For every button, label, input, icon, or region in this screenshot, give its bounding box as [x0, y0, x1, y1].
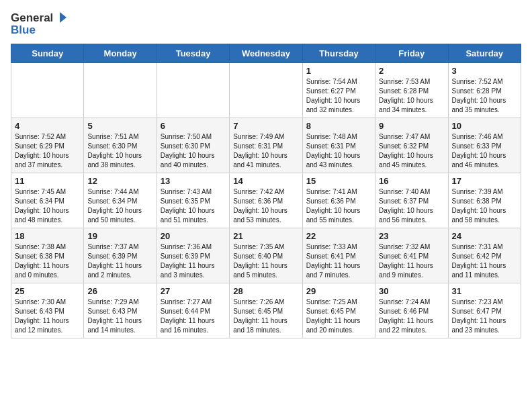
calendar-day-cell: 29Sunrise: 7:25 AMSunset: 6:45 PMDayligh…	[302, 283, 375, 338]
day-number: 31	[452, 286, 517, 296]
day-info: Sunrise: 7:27 AMSunset: 6:44 PMDaylight:…	[161, 298, 226, 335]
day-number: 15	[306, 176, 371, 186]
day-info: Sunrise: 7:25 AMSunset: 6:45 PMDaylight:…	[306, 298, 371, 335]
calendar-day-cell: 7Sunrise: 7:49 AMSunset: 6:31 PMDaylight…	[230, 118, 302, 173]
day-of-week-header: Thursday	[302, 44, 375, 63]
day-number: 9	[379, 121, 444, 131]
day-of-week-header: Tuesday	[157, 44, 229, 63]
calendar-day-cell: 12Sunrise: 7:44 AMSunset: 6:34 PMDayligh…	[84, 173, 157, 228]
day-number: 24	[452, 231, 517, 241]
day-info: Sunrise: 7:39 AMSunset: 6:38 PMDaylight:…	[452, 187, 517, 225]
day-number: 13	[161, 176, 226, 186]
day-number: 26	[87, 286, 152, 296]
day-of-week-header: Wednesday	[230, 44, 302, 63]
calendar-day-cell: 27Sunrise: 7:27 AMSunset: 6:44 PMDayligh…	[157, 283, 229, 338]
calendar-day-cell: 26Sunrise: 7:29 AMSunset: 6:43 PMDayligh…	[84, 283, 157, 338]
logo-blue-text: Blue	[11, 24, 68, 36]
day-number: 29	[306, 286, 371, 296]
calendar-day-cell: 15Sunrise: 7:41 AMSunset: 6:36 PMDayligh…	[302, 173, 375, 228]
day-number: 22	[306, 231, 371, 241]
calendar-week-row: 25Sunrise: 7:30 AMSunset: 6:43 PMDayligh…	[11, 283, 521, 338]
day-info: Sunrise: 7:32 AMSunset: 6:41 PMDaylight:…	[379, 242, 444, 280]
day-info: Sunrise: 7:46 AMSunset: 6:33 PMDaylight:…	[452, 132, 517, 170]
day-of-week-header: Saturday	[448, 44, 521, 63]
calendar-day-cell: 23Sunrise: 7:32 AMSunset: 6:41 PMDayligh…	[375, 228, 448, 283]
day-number: 2	[379, 66, 444, 76]
calendar-day-cell: 21Sunrise: 7:35 AMSunset: 6:40 PMDayligh…	[230, 228, 302, 283]
day-info: Sunrise: 7:23 AMSunset: 6:47 PMDaylight:…	[452, 298, 517, 335]
calendar-day-cell: 4Sunrise: 7:52 AMSunset: 6:29 PMDaylight…	[11, 118, 84, 173]
day-info: Sunrise: 7:43 AMSunset: 6:35 PMDaylight:…	[161, 187, 226, 225]
logo-general-text: General	[11, 12, 53, 24]
day-info: Sunrise: 7:35 AMSunset: 6:40 PMDaylight:…	[233, 242, 298, 280]
day-number: 16	[379, 176, 444, 186]
day-info: Sunrise: 7:51 AMSunset: 6:30 PMDaylight:…	[87, 132, 152, 170]
day-info: Sunrise: 7:40 AMSunset: 6:37 PMDaylight:…	[379, 187, 444, 225]
calendar-day-cell: 11Sunrise: 7:45 AMSunset: 6:34 PMDayligh…	[11, 173, 84, 228]
day-number: 23	[379, 231, 444, 241]
day-number: 10	[452, 121, 517, 131]
day-number: 25	[15, 286, 80, 296]
day-info: Sunrise: 7:49 AMSunset: 6:31 PMDaylight:…	[233, 132, 298, 170]
day-info: Sunrise: 7:53 AMSunset: 6:28 PMDaylight:…	[379, 77, 444, 115]
day-info: Sunrise: 7:52 AMSunset: 6:29 PMDaylight:…	[15, 132, 80, 170]
day-info: Sunrise: 7:26 AMSunset: 6:45 PMDaylight:…	[233, 298, 298, 335]
day-number: 12	[87, 176, 152, 186]
day-number: 5	[87, 121, 152, 131]
day-of-week-header: Monday	[84, 44, 157, 63]
svg-marker-0	[60, 12, 66, 23]
day-number: 27	[161, 286, 226, 296]
calendar-day-cell: 16Sunrise: 7:40 AMSunset: 6:37 PMDayligh…	[375, 173, 448, 228]
calendar-header-row: SundayMondayTuesdayWednesdayThursdayFrid…	[11, 44, 521, 63]
day-info: Sunrise: 7:31 AMSunset: 6:42 PMDaylight:…	[452, 242, 517, 280]
calendar-week-row: 1Sunrise: 7:54 AMSunset: 6:27 PMDaylight…	[11, 63, 521, 118]
calendar-table: SundayMondayTuesdayWednesdayThursdayFrid…	[11, 44, 521, 338]
day-number: 20	[161, 231, 226, 241]
calendar-day-cell: 5Sunrise: 7:51 AMSunset: 6:30 PMDaylight…	[84, 118, 157, 173]
day-info: Sunrise: 7:45 AMSunset: 6:34 PMDaylight:…	[15, 187, 80, 225]
calendar-day-cell	[84, 63, 157, 118]
day-number: 30	[379, 286, 444, 296]
day-number: 8	[306, 121, 371, 131]
logo-triangle-icon	[54, 11, 68, 24]
calendar-day-cell	[11, 63, 84, 118]
calendar-day-cell: 28Sunrise: 7:26 AMSunset: 6:45 PMDayligh…	[230, 283, 302, 338]
calendar-day-cell: 3Sunrise: 7:52 AMSunset: 6:28 PMDaylight…	[448, 63, 521, 118]
day-number: 17	[452, 176, 517, 186]
day-info: Sunrise: 7:48 AMSunset: 6:31 PMDaylight:…	[306, 132, 371, 170]
calendar-week-row: 18Sunrise: 7:38 AMSunset: 6:38 PMDayligh…	[11, 228, 521, 283]
day-info: Sunrise: 7:50 AMSunset: 6:30 PMDaylight:…	[161, 132, 226, 170]
calendar-day-cell: 22Sunrise: 7:33 AMSunset: 6:41 PMDayligh…	[302, 228, 375, 283]
calendar-day-cell: 17Sunrise: 7:39 AMSunset: 6:38 PMDayligh…	[448, 173, 521, 228]
calendar-day-cell: 18Sunrise: 7:38 AMSunset: 6:38 PMDayligh…	[11, 228, 84, 283]
calendar-day-cell: 9Sunrise: 7:47 AMSunset: 6:32 PMDaylight…	[375, 118, 448, 173]
day-info: Sunrise: 7:29 AMSunset: 6:43 PMDaylight:…	[87, 298, 152, 335]
day-number: 19	[87, 231, 152, 241]
calendar-day-cell: 24Sunrise: 7:31 AMSunset: 6:42 PMDayligh…	[448, 228, 521, 283]
day-number: 6	[161, 121, 226, 131]
day-info: Sunrise: 7:42 AMSunset: 6:36 PMDaylight:…	[233, 187, 298, 225]
day-info: Sunrise: 7:30 AMSunset: 6:43 PMDaylight:…	[15, 298, 80, 335]
day-info: Sunrise: 7:36 AMSunset: 6:39 PMDaylight:…	[161, 242, 226, 280]
calendar-day-cell	[157, 63, 229, 118]
calendar-day-cell: 1Sunrise: 7:54 AMSunset: 6:27 PMDaylight…	[302, 63, 375, 118]
day-info: Sunrise: 7:47 AMSunset: 6:32 PMDaylight:…	[379, 132, 444, 170]
day-info: Sunrise: 7:24 AMSunset: 6:46 PMDaylight:…	[379, 298, 444, 335]
day-info: Sunrise: 7:52 AMSunset: 6:28 PMDaylight:…	[452, 77, 517, 115]
day-number: 3	[452, 66, 517, 76]
calendar-day-cell: 20Sunrise: 7:36 AMSunset: 6:39 PMDayligh…	[157, 228, 229, 283]
day-number: 11	[15, 176, 80, 186]
calendar-day-cell: 10Sunrise: 7:46 AMSunset: 6:33 PMDayligh…	[448, 118, 521, 173]
calendar-day-cell: 8Sunrise: 7:48 AMSunset: 6:31 PMDaylight…	[302, 118, 375, 173]
calendar-day-cell: 19Sunrise: 7:37 AMSunset: 6:39 PMDayligh…	[84, 228, 157, 283]
day-number: 14	[233, 176, 298, 186]
calendar-week-row: 11Sunrise: 7:45 AMSunset: 6:34 PMDayligh…	[11, 173, 521, 228]
day-number: 28	[233, 286, 298, 296]
day-info: Sunrise: 7:38 AMSunset: 6:38 PMDaylight:…	[15, 242, 80, 280]
day-info: Sunrise: 7:37 AMSunset: 6:39 PMDaylight:…	[87, 242, 152, 280]
day-number: 4	[15, 121, 80, 131]
calendar-day-cell: 31Sunrise: 7:23 AMSunset: 6:47 PMDayligh…	[448, 283, 521, 338]
calendar-day-cell: 2Sunrise: 7:53 AMSunset: 6:28 PMDaylight…	[375, 63, 448, 118]
calendar-day-cell: 14Sunrise: 7:42 AMSunset: 6:36 PMDayligh…	[230, 173, 302, 228]
calendar-day-cell: 13Sunrise: 7:43 AMSunset: 6:35 PMDayligh…	[157, 173, 229, 228]
